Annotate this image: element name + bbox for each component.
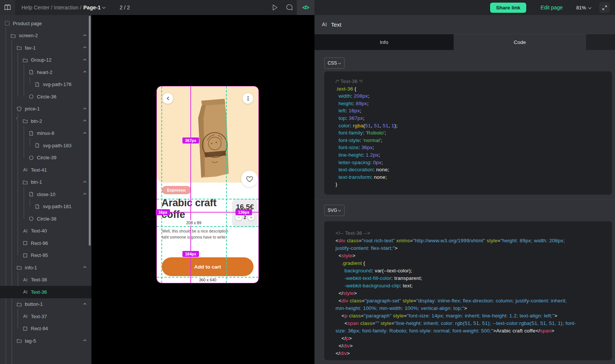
svg-language-select[interactable]: SVG	[324, 205, 345, 216]
comment-icon	[286, 4, 293, 11]
design-canvas[interactable]: Expresso Arabic craft coffe 16.5€ − 2 + …	[91, 15, 314, 364]
layer-row-svg-path-183[interactable]: svg-path-183	[0, 139, 91, 152]
tab-code[interactable]: Code	[454, 34, 586, 50]
chevron-up-icon[interactable]	[83, 266, 87, 268]
layer-row-text-41[interactable]: Text-41	[0, 164, 91, 176]
layer-row-text-37[interactable]: Text-37	[0, 310, 91, 323]
chevron-up-icon[interactable]	[83, 59, 87, 61]
layer-row-svg-path-176[interactable]: svg-path-176	[0, 79, 91, 91]
layer-row-fav-1[interactable]: fav-1	[0, 42, 91, 54]
chevron-up-icon[interactable]	[83, 46, 87, 48]
layer-row-button-1[interactable]: button-1	[0, 298, 91, 311]
expand-icon	[602, 5, 607, 11]
layer-row-price-1[interactable]: price-1	[0, 103, 91, 115]
layer-row-close-10[interactable]: close-10	[0, 188, 91, 201]
fullscreen-button[interactable]	[599, 2, 610, 13]
layer-label: svg-path-183	[43, 143, 71, 148]
measure-label-top: 367px	[182, 137, 199, 143]
chevron-down-icon[interactable]	[102, 6, 106, 9]
layer-row-group-12[interactable]: Group-12	[0, 54, 91, 66]
layer-label: Text-38	[31, 277, 47, 282]
layer-row-tag-5[interactable]: tag-5	[0, 335, 91, 347]
layer-row-circle-36[interactable]: Circle-36	[0, 91, 91, 103]
chevron-up-icon[interactable]	[83, 181, 87, 183]
code-line: </div>	[336, 342, 607, 350]
measure-label-left: 16px	[156, 209, 170, 215]
svg-file-icon	[29, 69, 34, 75]
layer-row-rect-94[interactable]: Rect-94	[0, 323, 91, 335]
layer-label: price-1	[25, 106, 40, 112]
chevron-up-icon[interactable]	[83, 339, 87, 341]
code-line: <p class="paragraph" style="font-size: 1…	[336, 312, 607, 320]
css-language-select[interactable]: CSS	[324, 57, 345, 69]
phone-frame[interactable]: Expresso Arabic craft coffe 16.5€ − 2 + …	[157, 86, 258, 283]
chevron-up-icon[interactable]	[83, 34, 87, 36]
sidebar-scrollbar[interactable]	[89, 16, 91, 246]
layer-label: Text-40	[31, 228, 47, 234]
code-line: <span class="" style="line-height: inher…	[336, 320, 607, 327]
tab-info[interactable]: Info	[314, 34, 454, 50]
layer-row-svg-path-181[interactable]: svg-path-181	[0, 201, 91, 213]
app-logo[interactable]	[0, 0, 15, 15]
comments-button[interactable]	[282, 0, 296, 15]
measure-label-right: 136px	[235, 209, 252, 215]
chevron-up-icon[interactable]	[83, 303, 87, 305]
layer-row-circle-38[interactable]: Circle-38	[0, 213, 91, 225]
layer-row-btn-1[interactable]: btn-1	[0, 176, 91, 189]
zoom-control[interactable]: 81%	[576, 0, 592, 15]
back-button[interactable]	[162, 93, 173, 104]
layer-label: close-10	[37, 192, 55, 197]
product-tag-badge[interactable]: Expresso	[162, 186, 191, 194]
inspector-panel: Text Info Code CSS /* Text-36 */.text-36…	[314, 15, 615, 364]
code-line: top: 367px;	[336, 115, 607, 122]
layer-row-heart-2[interactable]: heart-2	[0, 66, 91, 79]
layer-row-rect-95[interactable]: Rect-95	[0, 249, 91, 262]
chevron-up-icon[interactable]	[83, 193, 87, 195]
rect-icon	[23, 253, 28, 258]
code-line: <style>	[336, 252, 607, 260]
guide-dashed-right	[226, 86, 227, 283]
share-link-button[interactable]: Share link	[490, 3, 526, 13]
product-description: Well, this should be a nice description …	[162, 228, 234, 240]
code-line: .text-36 {	[336, 85, 607, 93]
layer-label: Circle-36	[37, 94, 56, 100]
chevron-up-icon[interactable]	[83, 119, 87, 122]
edit-page-link[interactable]: Edit page	[541, 0, 563, 15]
folder-icon	[17, 302, 22, 307]
tab-filler	[586, 34, 615, 50]
app-window: Help Center / Interaction / Page-1 2 / 2…	[0, 0, 615, 364]
breadcrumb-page-name[interactable]: Page-1	[84, 5, 101, 11]
measure-label-bottom: 184px	[182, 251, 199, 257]
kebab-menu-icon	[248, 96, 249, 101]
layer-row-screen-2[interactable]: screen-2	[0, 30, 91, 42]
layer-row-circle-39[interactable]: Circle-39	[0, 152, 91, 164]
chevron-down-icon[interactable]	[588, 5, 592, 11]
favorite-button[interactable]	[241, 171, 258, 187]
chevron-up-icon[interactable]	[83, 132, 87, 134]
text-icon	[23, 167, 28, 172]
code-panel-toggle[interactable]: </>	[297, 0, 314, 15]
code-line: -webkit-text-fill-color: transparent;	[336, 275, 607, 282]
add-to-cart-button[interactable]: Add to cart	[162, 257, 254, 276]
chevron-up-icon[interactable]	[83, 71, 87, 73]
more-menu-button[interactable]	[243, 93, 253, 104]
layer-row-info-1[interactable]: info-1	[0, 261, 91, 274]
breadcrumb[interactable]: Help Center / Interaction / Page-1	[21, 0, 106, 15]
layer-row-product page[interactable]: Product page	[0, 17, 91, 30]
css-code-block[interactable]: /* Text-36 */.text-36 { width: 208px; he…	[324, 71, 612, 195]
folder-icon	[23, 180, 28, 185]
layer-row-rect-96[interactable]: Rect-96	[0, 237, 91, 249]
layer-row-text-40[interactable]: Text-40	[0, 225, 91, 237]
layer-label: Group-12	[31, 57, 52, 63]
layer-row-text-36[interactable]: Text-36	[0, 286, 91, 298]
code-line: font-family: 'Roboto';	[336, 129, 607, 137]
layer-row-minus-8[interactable]: minus-8	[0, 127, 91, 140]
play-button[interactable]	[268, 0, 282, 15]
svg-code-block[interactable]: <!-- Text-36 --><div class="root rich-te…	[324, 221, 612, 360]
chevron-up-icon[interactable]	[83, 107, 87, 110]
layer-row-btn-2[interactable]: btn-2	[0, 115, 91, 127]
code-line: color: rgba(51, 51, 51, 1);	[336, 122, 607, 130]
code-line: min-height: 100%; min-width: 100%; verti…	[336, 305, 607, 312]
share-link-label: Share link	[496, 5, 521, 11]
layer-row-text-38[interactable]: Text-38	[0, 274, 91, 286]
